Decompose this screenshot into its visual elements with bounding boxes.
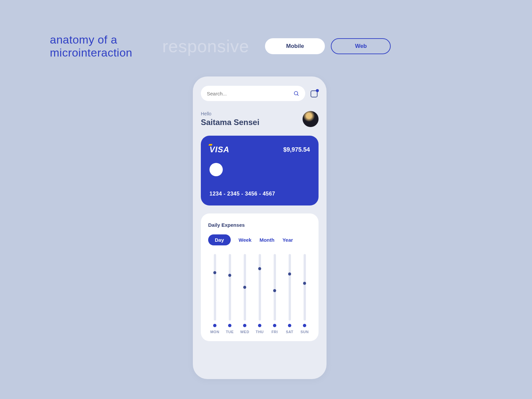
chart-track	[289, 254, 291, 321]
phone-frame: Hello Saitama Sensei VISA $9,975.54 1234…	[193, 76, 327, 379]
chart-basepoint-icon	[228, 324, 231, 327]
avatar[interactable]	[303, 111, 319, 127]
chart-marker	[303, 282, 306, 285]
chart-day-label: SUN	[301, 330, 309, 334]
search-icon	[293, 90, 299, 96]
viewport-toggle: Mobile Web	[265, 38, 391, 54]
chart-basepoint-icon	[213, 324, 216, 327]
credit-card[interactable]: VISA $9,975.54 1234 - 2345 - 3456 - 4567	[201, 136, 319, 205]
chart-day-label: WED	[240, 330, 249, 334]
svg-point-0	[294, 91, 298, 95]
range-day-button[interactable]: Day	[208, 234, 231, 245]
chart-column[interactable]: WED	[239, 254, 250, 334]
svg-line-1	[297, 94, 298, 95]
expenses-title: Daily Expenses	[208, 222, 311, 228]
chart-basepoint-icon	[258, 324, 261, 327]
chart-column[interactable]: SUN	[299, 254, 310, 334]
chart-track	[229, 254, 231, 321]
chart-day-label: THU	[256, 330, 264, 334]
chart-day-label: FRI	[271, 330, 278, 334]
chart-basepoint-icon	[273, 324, 276, 327]
greeting-text: Hello Saitama Sensei	[201, 111, 259, 127]
greeting-hello: Hello	[201, 111, 259, 116]
chart-track	[214, 254, 216, 321]
chart-column[interactable]: FRI	[269, 254, 280, 334]
card-chip-icon	[209, 163, 223, 176]
chart-day-label: TUE	[226, 330, 234, 334]
range-year-button[interactable]: Year	[282, 237, 293, 243]
chart-marker	[243, 286, 246, 289]
chart-track	[259, 254, 261, 321]
greeting-row: Hello Saitama Sensei	[201, 111, 319, 127]
chart-column[interactable]: MON	[209, 254, 220, 334]
search-field[interactable]	[201, 86, 305, 101]
chart-marker	[288, 273, 291, 276]
range-week-button[interactable]: Week	[239, 237, 252, 243]
chart-basepoint-icon	[303, 324, 306, 327]
toggle-web-button[interactable]: Web	[331, 38, 391, 54]
chart-column[interactable]: THU	[254, 254, 265, 334]
chart-day-label: SAT	[286, 330, 294, 334]
range-tabs: Day Week Month Year	[208, 234, 311, 245]
chart-marker	[228, 274, 231, 277]
expenses-panel: Daily Expenses Day Week Month Year MONTU…	[201, 213, 319, 341]
search-row	[201, 86, 319, 101]
title-line-2: microinteraction	[50, 46, 132, 59]
greeting-username: Saitama Sensei	[201, 118, 259, 127]
responsive-label: responsive	[162, 36, 249, 56]
card-balance: $9,975.54	[283, 146, 310, 153]
chart-track	[244, 254, 246, 321]
chart-basepoint-icon	[288, 324, 291, 327]
chart-track	[304, 254, 306, 321]
notification-dot-icon	[316, 89, 319, 92]
card-brand: VISA	[209, 145, 229, 154]
toggle-mobile-button[interactable]: Mobile	[265, 38, 325, 54]
chart-track	[274, 254, 276, 321]
title-line-1: anatomy of a	[50, 33, 132, 46]
chart-day-label: MON	[210, 330, 219, 334]
notification-button[interactable]	[311, 89, 319, 97]
expenses-chart: MONTUEWEDTHUFRISATSUN	[208, 254, 311, 334]
chart-marker	[213, 271, 216, 274]
chart-column[interactable]: TUE	[224, 254, 235, 334]
chart-column[interactable]: SAT	[284, 254, 295, 334]
chart-basepoint-icon	[243, 324, 246, 327]
card-top-row: VISA $9,975.54	[209, 145, 310, 154]
search-input[interactable]	[207, 91, 281, 96]
range-month-button[interactable]: Month	[259, 237, 274, 243]
page-title: anatomy of a microinteraction	[50, 33, 132, 59]
card-number: 1234 - 2345 - 3456 - 4567	[209, 191, 310, 197]
page-header: anatomy of a microinteraction responsive…	[0, 33, 532, 59]
chart-marker	[258, 267, 261, 270]
chart-marker	[273, 289, 276, 292]
